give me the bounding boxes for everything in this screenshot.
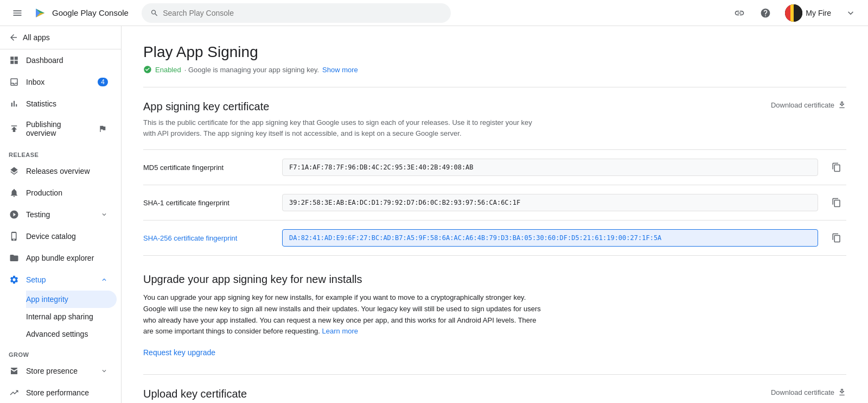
download-cert-button-top[interactable]: Download certificate: [771, 100, 846, 109]
sidebar-item-inbox[interactable]: Inbox 4: [0, 71, 117, 93]
search-bar[interactable]: [142, 3, 451, 23]
sidebar-item-label: Store presence: [26, 367, 78, 375]
layers-icon: [9, 166, 20, 177]
download-icon-top: [838, 100, 846, 109]
upload-key-title: Upload key certificate: [143, 388, 247, 400]
collapse-icon: [100, 276, 108, 284]
folder-icon: [9, 253, 20, 263]
upload-key-section: Upload key certificate Download certific…: [143, 388, 846, 403]
logo-text: Google Play Console: [52, 8, 129, 17]
link-icon-btn[interactable]: [729, 2, 750, 24]
sidebar-item-testing[interactable]: Testing: [0, 204, 117, 225]
fingerprint-value-sha1: 39:2F:58:3E:AB:EA:DC:D1:79:92:D7:D6:0C:B…: [282, 194, 818, 211]
app-signing-title: App signing key certificate: [143, 100, 269, 113]
logo[interactable]: Google Play Console: [33, 5, 129, 21]
back-label: All apps: [23, 33, 50, 42]
sidebar-item-store-performance[interactable]: Store performance: [0, 382, 117, 403]
sidebar-item-label: Setup: [26, 275, 46, 284]
sidebar-item-label: Releases overview: [26, 167, 90, 175]
page-status: Enabled · Google is managing your app si…: [143, 65, 846, 74]
status-desc: · Google is managing your app signing ke…: [184, 66, 319, 74]
publish-icon: [9, 123, 20, 134]
fingerprint-label-sha1: SHA-1 certificate fingerprint: [143, 199, 273, 207]
help-icon-btn[interactable]: [755, 2, 776, 24]
inbox-icon: [9, 77, 20, 87]
search-icon: [150, 9, 158, 17]
fingerprint-label-md5: MD5 certificate fingerprint: [143, 163, 273, 172]
sidebar-item-device-catalog[interactable]: Device catalog: [0, 225, 117, 247]
release-section-label: Release: [0, 143, 121, 160]
store-icon: [9, 366, 20, 376]
fingerprint-row-sha256: SHA-256 certificate fingerprint DA:82:41…: [143, 221, 846, 256]
setup-sub-menu: App integrity Internal app sharing Advan…: [0, 291, 121, 343]
inbox-badge: 4: [98, 78, 108, 86]
sidebar-sub-item-label: App integrity: [26, 295, 68, 304]
gear-icon: [9, 274, 20, 285]
fingerprints-list: MD5 certificate fingerprint F7:1A:AF:78:…: [143, 149, 846, 256]
sidebar-item-label: Testing: [26, 210, 50, 219]
sidebar-sub-item-label: Advanced settings: [26, 330, 88, 338]
trending-up-icon: [9, 387, 20, 398]
page-title: Play App Signing: [143, 43, 846, 61]
back-to-all-apps[interactable]: All apps: [0, 26, 121, 49]
learn-more-link[interactable]: Learn more: [322, 327, 358, 335]
sidebar-item-app-integrity[interactable]: App integrity: [26, 291, 117, 308]
sidebar-item-app-bundle-explorer[interactable]: App bundle explorer: [0, 247, 117, 269]
topbar-right: My Fire: [729, 2, 861, 24]
upgrade-section: Upgrade your app signing key for new ins…: [143, 273, 846, 357]
sidebar-item-publishing-overview[interactable]: Publishing overview: [0, 115, 117, 143]
sidebar-item-label: Store performance: [26, 388, 89, 397]
sidebar-item-label: App bundle explorer: [26, 254, 94, 262]
sidebar-item-statistics[interactable]: Statistics: [0, 93, 117, 115]
account-more-icon[interactable]: [840, 2, 861, 24]
account-area[interactable]: My Fire: [781, 2, 835, 24]
fingerprint-label-sha256: SHA-256 certificate fingerprint: [143, 234, 273, 242]
search-input[interactable]: [163, 9, 442, 17]
sidebar-item-internal-app-sharing[interactable]: Internal app sharing: [26, 308, 117, 325]
sidebar-sub-item-label: Internal app sharing: [26, 312, 93, 321]
svg-rect-4: [794, 4, 802, 22]
bell-icon: [9, 187, 20, 198]
download-cert-label-bottom: Download certificate: [771, 388, 834, 396]
account-name: My Fire: [806, 9, 831, 17]
main-content: Play App Signing Enabled · Google is man…: [122, 26, 868, 403]
copy-sha256-button[interactable]: [827, 228, 846, 248]
grid-icon: [9, 55, 20, 66]
fingerprint-row-sha1: SHA-1 certificate fingerprint 39:2F:58:3…: [143, 185, 846, 221]
play-circle-icon: [9, 209, 20, 220]
grow-section-label: Grow: [0, 343, 121, 360]
sidebar-item-production[interactable]: Production: [0, 182, 117, 204]
fingerprint-value-sha256: DA:82:41:AD:E9:6F:27:BC:AD:B7:A5:9F:58:6…: [282, 229, 818, 247]
app-signing-section: App signing key certificate Download cer…: [143, 100, 846, 256]
sidebar-item-advanced-settings[interactable]: Advanced settings: [26, 325, 117, 343]
sidebar-item-releases-overview[interactable]: Releases overview: [0, 160, 117, 182]
sidebar-item-store-presence[interactable]: Store presence: [0, 360, 117, 382]
upgrade-desc: You can upgrade your app signing key for…: [143, 292, 545, 337]
download-cert-button-bottom[interactable]: Download certificate: [771, 388, 846, 396]
sidebar: All apps Dashboard Inbox 4 Statistics: [0, 26, 122, 403]
avatar: [785, 4, 802, 22]
sidebar-item-label: Publishing overview: [26, 120, 91, 137]
app-signing-desc: This is the public certificate for the a…: [143, 117, 545, 138]
back-icon: [9, 33, 18, 42]
sidebar-item-label: Inbox: [26, 78, 44, 86]
fingerprint-row-md5: MD5 certificate fingerprint F7:1A:AF:78:…: [143, 149, 846, 185]
sidebar-item-label: Device catalog: [26, 232, 76, 241]
menu-icon[interactable]: [7, 2, 28, 24]
expand-grow-icon: [100, 367, 108, 375]
status-enabled: Enabled: [155, 66, 181, 74]
sidebar-item-label: Statistics: [26, 99, 56, 108]
enabled-check-icon: [143, 65, 152, 74]
sidebar-item-setup[interactable]: Setup: [0, 269, 117, 291]
sidebar-item-label: Production: [26, 188, 62, 197]
fingerprint-value-md5: F7:1A:AF:78:7F:96:DB:4C:2C:95:3E:40:2B:4…: [282, 159, 818, 176]
sidebar-item-dashboard[interactable]: Dashboard: [0, 49, 117, 71]
request-key-upgrade-link[interactable]: Request key upgrade: [143, 348, 215, 357]
copy-sha1-button[interactable]: [827, 193, 846, 212]
topbar: Google Play Console: [0, 0, 868, 26]
upgrade-title: Upgrade your app signing key for new ins…: [143, 273, 846, 286]
copy-md5-button[interactable]: [827, 158, 846, 177]
show-more-link[interactable]: Show more: [322, 66, 358, 74]
expand-icon: [100, 211, 108, 218]
publishing-flag-icon: [97, 123, 108, 134]
